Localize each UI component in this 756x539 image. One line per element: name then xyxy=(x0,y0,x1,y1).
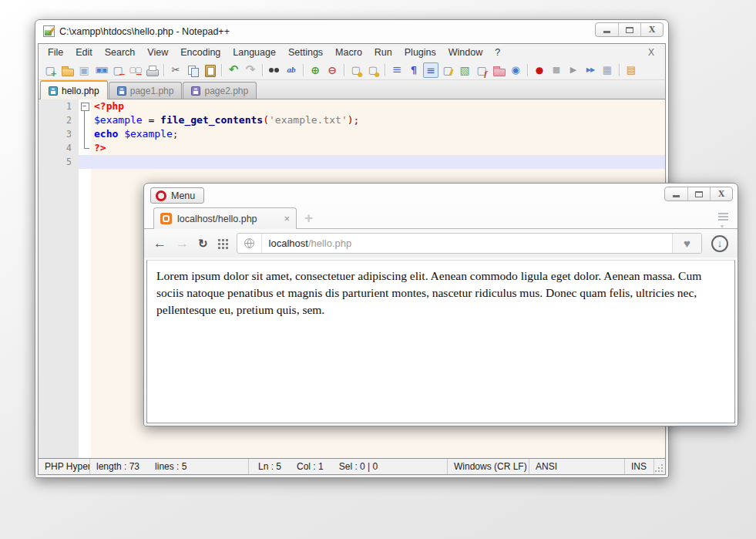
saved-file-icon xyxy=(117,86,126,96)
forward-icon[interactable] xyxy=(176,237,189,250)
saved-file-icon xyxy=(49,86,58,96)
show-indent-guide-icon[interactable] xyxy=(423,62,438,78)
find-icon[interactable] xyxy=(267,62,282,78)
closed-tabs-icon[interactable] xyxy=(717,213,730,224)
plugin-doc-icon[interactable] xyxy=(623,62,639,78)
opera-address-toolbar: localhost/hello.php xyxy=(144,228,738,258)
menu-item-plugins[interactable]: Plugins xyxy=(398,45,442,59)
zoom-out-icon[interactable] xyxy=(324,62,340,78)
address-url[interactable]: localhost/hello.php xyxy=(262,237,352,249)
menu-item-help[interactable]: ? xyxy=(489,45,506,59)
resize-grip[interactable] xyxy=(654,459,665,474)
macro-record-icon[interactable] xyxy=(532,62,547,78)
word-wrap-icon[interactable] xyxy=(389,62,405,78)
editor-tab-hello-php[interactable]: hello.php xyxy=(40,80,108,99)
status-document-size: length : 73 lines : 5 xyxy=(90,459,249,474)
sync-vertical-icon[interactable] xyxy=(348,62,364,78)
tab-close-icon[interactable]: × xyxy=(284,213,290,224)
opera-menu-button[interactable]: Menu xyxy=(150,187,204,204)
code-text: $example = file_get_contents('example.tx… xyxy=(91,113,359,127)
folder-as-workspace-icon[interactable] xyxy=(491,62,506,78)
menu-item-macro[interactable]: Macro xyxy=(329,45,368,59)
document-map-icon[interactable] xyxy=(457,62,472,78)
macro-run-multiple-icon[interactable] xyxy=(583,62,598,78)
show-all-characters-icon[interactable] xyxy=(406,62,422,78)
line-number[interactable]: 2 xyxy=(39,113,79,127)
status-lines: lines : 5 xyxy=(155,461,186,472)
zoom-in-icon[interactable] xyxy=(307,62,323,78)
menu-item-search[interactable]: Search xyxy=(99,45,142,59)
notepad-titlebar[interactable]: C:\xampp\htdocs\hello.php - Notepad++ xyxy=(35,20,668,42)
notepad-menubar: FileEditSearchViewEncodingLanguageSettin… xyxy=(39,44,665,60)
menu-item-file[interactable]: File xyxy=(42,45,69,59)
fold-margin xyxy=(79,127,91,141)
close-icon[interactable] xyxy=(710,187,732,200)
menu-item-edit[interactable]: Edit xyxy=(69,45,99,59)
macro-play-icon[interactable] xyxy=(566,62,581,78)
maximize-icon[interactable] xyxy=(687,187,710,200)
notepad-app-icon xyxy=(43,25,55,37)
code-line-1[interactable]: 1<?php xyxy=(39,99,665,113)
macro-stop-icon[interactable] xyxy=(549,62,564,78)
menu-item-encoding[interactable]: Encoding xyxy=(174,45,227,59)
toolbar-separator xyxy=(527,64,528,76)
print-icon[interactable] xyxy=(144,62,160,78)
site-badge[interactable] xyxy=(237,234,262,253)
status-eol-format[interactable]: Windows (CR LF) xyxy=(448,459,529,474)
function-list-icon[interactable] xyxy=(474,62,489,78)
opera-menu-label: Menu xyxy=(171,190,195,201)
menu-item-settings[interactable]: Settings xyxy=(282,45,329,59)
status-encoding[interactable]: ANSI xyxy=(529,459,625,474)
cut-icon[interactable] xyxy=(168,62,183,78)
document-monitor-icon[interactable] xyxy=(508,62,523,78)
editor-tab-page1-php[interactable]: page1.php xyxy=(109,82,183,99)
opera-logo-icon xyxy=(156,190,166,201)
line-number[interactable]: 5 xyxy=(39,155,79,169)
line-number[interactable]: 1 xyxy=(39,99,79,113)
menu-item-view[interactable]: View xyxy=(141,45,174,59)
speed-dial-icon[interactable] xyxy=(217,238,227,248)
line-number[interactable]: 3 xyxy=(39,127,79,141)
toolbar-separator xyxy=(221,64,222,76)
sync-horizontal-icon[interactable] xyxy=(365,62,381,78)
code-line-2[interactable]: 2$example = file_get_contents('example.t… xyxy=(39,113,665,127)
code-line-3[interactable]: 3echo $example; xyxy=(39,127,665,141)
toolbar-separator xyxy=(344,64,344,76)
save-all-icon[interactable] xyxy=(93,62,109,78)
opera-titlebar[interactable]: Menu xyxy=(144,184,738,205)
minimize-icon[interactable] xyxy=(596,23,618,36)
address-bar[interactable]: localhost/hello.php xyxy=(237,233,702,254)
maximize-icon[interactable] xyxy=(618,23,640,36)
minimize-icon[interactable] xyxy=(665,187,687,200)
fold-margin[interactable] xyxy=(79,99,91,113)
paste-icon[interactable] xyxy=(202,62,217,78)
close-icon[interactable] xyxy=(640,23,663,36)
macro-save-icon[interactable] xyxy=(600,62,615,78)
notepad-tabbar: hello.phppage1.phppage2.php xyxy=(39,80,665,99)
menu-item-window[interactable]: Window xyxy=(442,45,489,59)
close-all-icon[interactable] xyxy=(127,62,143,78)
menu-item-language[interactable]: Language xyxy=(227,45,282,59)
close-icon[interactable] xyxy=(110,62,126,78)
document-close-icon[interactable]: X xyxy=(643,47,659,58)
editor-tab-page2-php[interactable]: page2.php xyxy=(183,82,257,99)
back-icon[interactable] xyxy=(153,237,166,250)
bookmark-heart-icon[interactable] xyxy=(672,234,701,253)
browser-tab-localhost[interactable]: localhost/hello.php × xyxy=(153,207,297,229)
menu-item-run[interactable]: Run xyxy=(368,45,398,59)
code-line-5[interactable]: 5 xyxy=(39,155,665,169)
new-file-icon[interactable] xyxy=(42,62,58,78)
open-file-icon[interactable] xyxy=(59,62,75,78)
save-icon[interactable] xyxy=(76,62,92,78)
reload-icon[interactable] xyxy=(198,237,208,250)
code-line-4[interactable]: 4?> xyxy=(39,141,665,155)
user-defined-dialog-icon[interactable] xyxy=(440,62,455,78)
replace-icon[interactable] xyxy=(284,62,299,78)
status-insert-mode[interactable]: INS xyxy=(625,459,654,474)
line-number[interactable]: 4 xyxy=(39,141,79,155)
downloads-icon[interactable] xyxy=(711,235,728,252)
new-tab-icon[interactable]: + xyxy=(304,211,313,225)
redo-icon[interactable] xyxy=(243,62,258,78)
undo-icon[interactable] xyxy=(226,62,241,78)
copy-icon[interactable] xyxy=(185,62,200,78)
